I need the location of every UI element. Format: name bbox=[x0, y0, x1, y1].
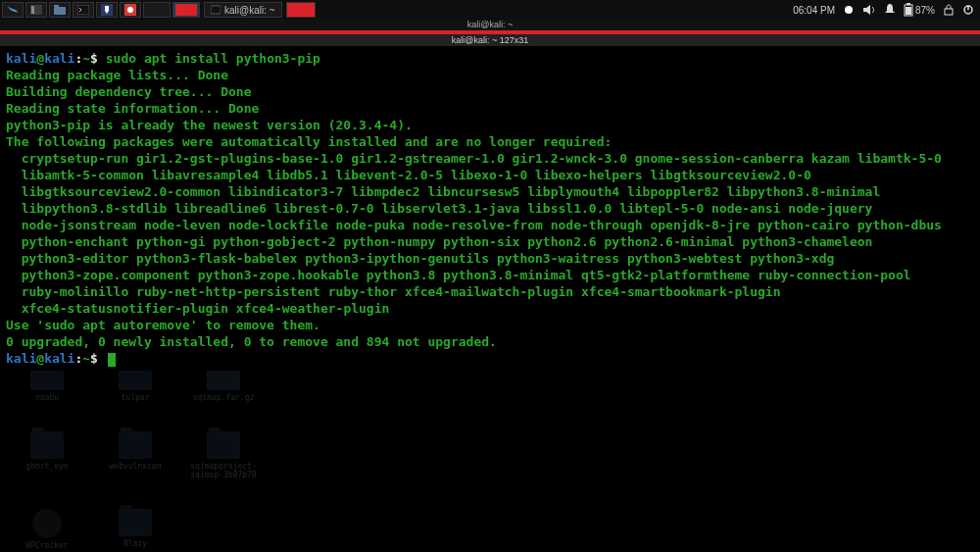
terminal-line: python3-pip is already the newest versio… bbox=[6, 117, 974, 133]
files-icon[interactable] bbox=[49, 2, 71, 18]
notifications-icon[interactable] bbox=[884, 3, 896, 17]
cursor bbox=[108, 353, 116, 367]
app-menu-icon[interactable] bbox=[2, 2, 24, 18]
app-icon[interactable] bbox=[120, 2, 141, 18]
svg-rect-14 bbox=[906, 7, 911, 15]
prompt-path: ~ bbox=[82, 51, 90, 66]
svg-rect-8 bbox=[146, 4, 168, 16]
terminal-line: libgtksourceview2.0-common libindicator3… bbox=[6, 183, 974, 200]
panel-icon[interactable] bbox=[25, 2, 47, 18]
volume-icon[interactable] bbox=[862, 4, 876, 16]
terminal-line: python-enchant python-gi python-gobject-… bbox=[6, 233, 974, 250]
terminal-line: Reading package lists... Done bbox=[6, 67, 974, 83]
task-recording[interactable] bbox=[286, 2, 316, 18]
desktop-folder[interactable]: sqimapproject-sqimap-3b07b70 bbox=[194, 431, 253, 479]
workspace-1[interactable] bbox=[143, 2, 171, 18]
prompt-line: kali@kali:~$ sudo apt install python3-pi… bbox=[6, 50, 974, 67]
svg-rect-2 bbox=[54, 7, 66, 15]
record-icon[interactable] bbox=[843, 4, 855, 16]
terminal-body[interactable]: kali@kali:~$ sudo apt install python3-pi… bbox=[0, 46, 980, 371]
svg-rect-9 bbox=[175, 4, 197, 16]
task-terminal[interactable]: kali@kali: ~ bbox=[204, 2, 282, 18]
desktop-app[interactable]: WPCracker bbox=[18, 509, 76, 550]
prompt-line-2: kali@kali:~$ bbox=[6, 350, 974, 367]
desktop-folder[interactable]: webvulnscan bbox=[106, 431, 165, 479]
taskbar-left: kali@kali: ~ bbox=[0, 2, 316, 18]
desktop-icons: naabu tulpar sqimap.far.gz ghost_eye web… bbox=[18, 363, 253, 550]
taskbar-right: 06:04 PM 87% bbox=[793, 3, 980, 17]
terminal-line: 0 upgraded, 0 newly installed, 0 to remo… bbox=[6, 333, 974, 350]
svg-point-7 bbox=[127, 7, 133, 13]
terminal-line: Building dependency tree... Done bbox=[6, 83, 974, 100]
terminal-line: Reading state information... Done bbox=[6, 100, 974, 117]
svg-point-11 bbox=[845, 6, 853, 14]
terminal-tab-label: kali@kali: ~ 127x31 bbox=[452, 35, 528, 45]
desktop-folder[interactable]: ghost_eye bbox=[18, 431, 76, 479]
svg-rect-4 bbox=[77, 5, 89, 15]
command-text: sudo apt install python3-pip bbox=[106, 51, 320, 66]
terminal-line: libamtk-5-common libavresample4 libdb5.1… bbox=[6, 167, 974, 183]
terminal-line: Use 'sudo apt autoremove' to remove them… bbox=[6, 317, 974, 333]
terminal-line: python3-zope.component python3-zope.hook… bbox=[6, 267, 974, 283]
terminal-line: cryptsetup-run gir1.2-gst-plugins-base-1… bbox=[6, 150, 974, 167]
desktop-folder[interactable]: Blazy bbox=[106, 509, 165, 550]
prompt-host: kali bbox=[44, 51, 74, 66]
terminal-icon[interactable] bbox=[73, 2, 94, 18]
clock[interactable]: 06:04 PM bbox=[793, 5, 835, 16]
terminal-line: The following packages were automaticall… bbox=[6, 133, 974, 150]
terminal-line: xfce4-statusnotifier-plugin xfce4-weathe… bbox=[6, 300, 974, 317]
lock-icon[interactable] bbox=[943, 4, 955, 16]
terminal-line: node-jsonstream node-leven node-lockfile… bbox=[6, 217, 974, 233]
terminal-tabbar[interactable]: kali@kali: ~ 127x31 bbox=[0, 34, 980, 46]
terminal-window: kali@kali: ~ 127x31 kali@kali:~$ sudo ap… bbox=[0, 30, 980, 371]
svg-rect-15 bbox=[945, 9, 953, 15]
terminal-output: Reading package lists... DoneBuilding de… bbox=[6, 67, 974, 350]
taskbar: kali@kali: ~ 06:04 PM 87% bbox=[0, 0, 980, 20]
prompt-user: kali bbox=[6, 51, 36, 66]
workspace-2[interactable] bbox=[172, 2, 200, 18]
prompt-sep: @ bbox=[36, 51, 44, 66]
power-icon[interactable] bbox=[962, 4, 974, 16]
prompt-dollar: $ bbox=[90, 51, 98, 66]
svg-rect-1 bbox=[31, 6, 34, 14]
task-label: kali@kali: ~ bbox=[224, 5, 275, 16]
battery-icon[interactable]: 87% bbox=[904, 3, 935, 17]
terminal-line: ruby-molinillo ruby-net-http-persistent … bbox=[6, 283, 974, 300]
terminal-line: python3-editor python3-flask-babelex pyt… bbox=[6, 250, 974, 267]
battery-pct: 87% bbox=[915, 5, 935, 16]
svg-rect-3 bbox=[54, 5, 59, 7]
svg-rect-13 bbox=[906, 3, 910, 5]
svg-rect-10 bbox=[211, 6, 220, 14]
metasploit-icon[interactable] bbox=[96, 2, 118, 18]
terminal-line: libpython3.8-stdlib libreadline6 librest… bbox=[6, 200, 974, 217]
window-title: kali@kali: ~ bbox=[467, 20, 513, 29]
window-titlebar[interactable]: kali@kali: ~ bbox=[0, 20, 980, 30]
